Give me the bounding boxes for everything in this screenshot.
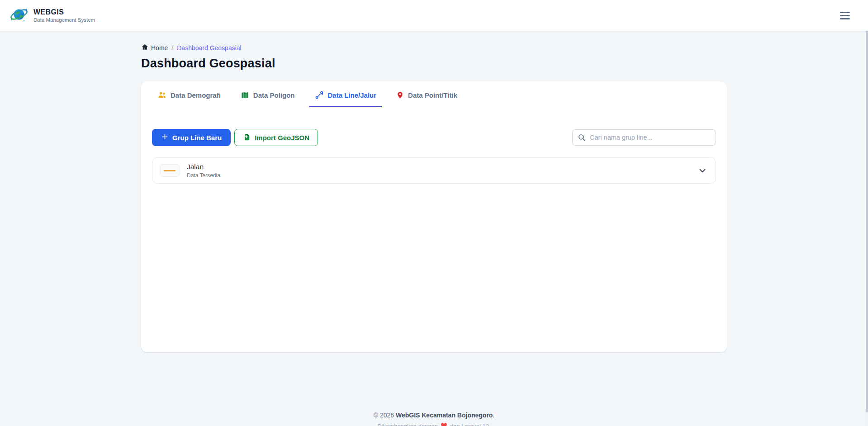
heart-icon (441, 422, 447, 426)
webgis-logo-icon (9, 5, 29, 26)
plus-icon (161, 133, 169, 142)
tab-label: Data Poligon (253, 91, 295, 99)
page-footer: © 2026 WebGIS Kecamatan Bojonegoro. Dike… (141, 412, 727, 426)
main-content: Home / Dashboard Geospasial Dashboard Ge… (141, 31, 727, 426)
geospatial-card: Data Demografi Data Poligon (141, 81, 727, 352)
credit-suffix: dan Laravel 12. (450, 423, 491, 426)
brand: WEBGIS Data Management System (9, 5, 95, 26)
import-geojson-button[interactable]: Import GeoJSON (234, 129, 318, 146)
hamburger-icon (840, 12, 850, 13)
toolbar-buttons: Grup Line Baru Import GeoJSON (152, 129, 318, 146)
tab-data-demografi[interactable]: Data Demografi (152, 90, 226, 107)
brand-text: WEBGIS Data Management System (33, 8, 95, 23)
breadcrumb-separator: / (171, 44, 173, 52)
line-group-row-jalan[interactable]: Jalan Data Tersedia (152, 157, 716, 184)
group-texts: Jalan Data Tersedia (187, 163, 220, 179)
toolbar: Grup Line Baru Import GeoJSON (152, 129, 716, 146)
tab-label: Data Line/Jalur (328, 91, 377, 99)
import-geojson-label: Import GeoJSON (255, 134, 309, 142)
file-import-icon (243, 133, 251, 142)
tab-data-line-jalur[interactable]: Data Line/Jalur (309, 90, 382, 107)
copyright-line: © 2026 WebGIS Kecamatan Bojonegoro. (141, 412, 727, 419)
scrollbar-thumb[interactable] (866, 0, 868, 412)
brand-subtitle: Data Management System (33, 17, 95, 23)
map-icon (241, 91, 249, 99)
tab-label: Data Demografi (171, 91, 221, 99)
tab-data-poligon[interactable]: Data Poligon (235, 90, 300, 107)
group-name: Jalan (187, 163, 220, 171)
chevron-down-icon[interactable] (697, 166, 707, 175)
group-status: Data Tersedia (187, 172, 220, 179)
home-icon (141, 43, 148, 52)
app-header: WEBGIS Data Management System (0, 0, 868, 31)
new-line-group-label: Grup Line Baru (172, 134, 222, 142)
copyright-name: WebGIS Kecamatan Bojonegoro (396, 412, 493, 419)
tab-bar: Data Demografi Data Poligon (141, 81, 727, 107)
credit-prefix: Dikembangkan dengan (377, 423, 438, 426)
breadcrumb-home-label: Home (151, 44, 168, 52)
vertical-scrollbar[interactable] (866, 0, 868, 426)
copyright-prefix: © 2026 (374, 412, 396, 419)
search-line-group-input[interactable] (572, 129, 716, 146)
map-pin-icon (396, 91, 404, 99)
page-title: Dashboard Geospasial (141, 57, 727, 71)
copyright-suffix: . (493, 412, 494, 419)
route-icon (315, 90, 324, 99)
breadcrumb-current-link[interactable]: Dashboard Geospasial (177, 44, 241, 52)
users-icon (157, 90, 166, 99)
tab-data-point-titik[interactable]: Data Point/Titik (391, 90, 463, 107)
search-icon (578, 133, 586, 143)
credit-line: Dikembangkan dengan dan Laravel 12. (141, 422, 727, 426)
line-swatch-icon (160, 164, 180, 177)
breadcrumb-home-link[interactable]: Home (141, 43, 168, 52)
menu-toggle-button[interactable] (837, 9, 853, 22)
brand-title: WEBGIS (33, 8, 95, 16)
search-wrap (572, 129, 716, 146)
new-line-group-button[interactable]: Grup Line Baru (152, 129, 231, 146)
tab-panel-data-line: Grup Line Baru Import GeoJSON (141, 129, 727, 184)
breadcrumb: Home / Dashboard Geospasial (141, 43, 727, 52)
line-group-list: Jalan Data Tersedia (152, 157, 716, 184)
tab-label: Data Point/Titik (408, 91, 457, 99)
